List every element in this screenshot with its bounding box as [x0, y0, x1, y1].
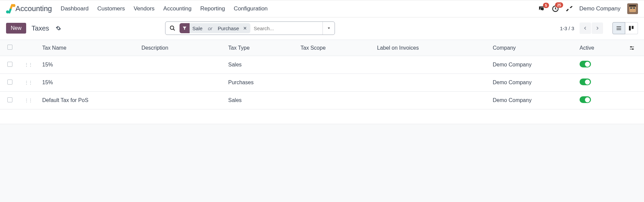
- active-toggle[interactable]: [580, 96, 591, 103]
- list-icon: [616, 25, 622, 31]
- svg-point-17: [631, 46, 632, 47]
- filter-icon-box[interactable]: [180, 23, 190, 33]
- cell-label-invoices: [374, 56, 489, 74]
- gear-icon: [56, 26, 61, 31]
- breadcrumb: Taxes: [32, 24, 49, 32]
- header-description[interactable]: Description: [138, 40, 225, 56]
- table-footer-row: [0, 109, 644, 124]
- header-company[interactable]: Company: [489, 40, 576, 56]
- cell-tax-type: Sales: [225, 56, 297, 74]
- row-checkbox[interactable]: [7, 80, 12, 85]
- sliders-icon: [629, 45, 635, 51]
- drag-handle-icon[interactable]: ⋮⋮: [24, 80, 32, 85]
- header-tax-name[interactable]: Tax Name: [39, 40, 138, 56]
- cell-description: [138, 92, 225, 109]
- svg-rect-14: [629, 26, 631, 31]
- row-checkbox[interactable]: [7, 62, 12, 67]
- cell-tax-name: Default Tax for PoS: [39, 92, 138, 109]
- cell-description: [138, 56, 225, 74]
- cell-label-invoices: [374, 74, 489, 92]
- cell-tax-scope: [297, 56, 374, 74]
- svg-rect-5: [632, 8, 633, 8]
- cell-tax-name: 15%: [39, 56, 138, 74]
- control-panel: New Taxes Sale or Purchase 1-3 / 3: [0, 17, 644, 40]
- chevron-right-icon: [595, 26, 600, 31]
- cell-tax-scope: [297, 92, 374, 109]
- chevron-left-icon: [583, 26, 588, 31]
- select-all-checkbox[interactable]: [7, 45, 12, 50]
- table-row[interactable]: ⋮⋮ Default Tax for PoS Sales Demo Compan…: [0, 92, 644, 109]
- menu-reporting[interactable]: Reporting: [200, 5, 225, 12]
- close-icon: [243, 26, 247, 30]
- empty-area: [0, 124, 644, 202]
- optional-columns-button[interactable]: [629, 45, 638, 51]
- active-toggle[interactable]: [580, 61, 591, 67]
- taxes-table: Tax Name Description Tax Type Tax Scope …: [0, 40, 644, 124]
- svg-line-8: [174, 29, 175, 31]
- cell-company: Demo Company: [489, 92, 576, 109]
- avatar-icon: [627, 3, 638, 14]
- header-tax-type[interactable]: Tax Type: [225, 40, 297, 56]
- activities-button[interactable]: 25: [552, 5, 559, 12]
- active-toggle[interactable]: [580, 79, 591, 85]
- messages-button[interactable]: 5: [538, 5, 545, 12]
- svg-point-7: [170, 26, 174, 30]
- kanban-view-button[interactable]: [625, 22, 638, 34]
- menu-accounting[interactable]: Accounting: [163, 5, 192, 12]
- new-button[interactable]: New: [6, 23, 26, 34]
- table-row[interactable]: ⋮⋮ 15% Purchases Demo Company: [0, 74, 644, 92]
- cell-tax-type: Purchases: [225, 74, 297, 92]
- app-name[interactable]: Accounting: [15, 4, 52, 13]
- pager: 1-3 / 3: [560, 22, 638, 34]
- activities-badge: 25: [555, 2, 563, 8]
- filter-icon: [182, 26, 187, 31]
- cell-tax-scope: [297, 74, 374, 92]
- drag-handle-icon[interactable]: ⋮⋮: [24, 98, 32, 103]
- search-bar: Sale or Purchase: [165, 21, 335, 35]
- svg-rect-6: [629, 5, 636, 7]
- menu-vendors[interactable]: Vendors: [134, 5, 154, 12]
- cell-company: Demo Company: [489, 56, 576, 74]
- top-nav: Accounting Dashboard Customers Vendors A…: [0, 0, 644, 17]
- debug-button[interactable]: [566, 5, 573, 12]
- facet-value-a: Sale: [190, 26, 205, 31]
- header-tax-scope[interactable]: Tax Scope: [297, 40, 374, 56]
- caret-down-icon: [327, 27, 331, 30]
- kanban-icon: [628, 25, 634, 31]
- header-active[interactable]: Active: [576, 40, 626, 56]
- svg-rect-4: [633, 7, 635, 9]
- cell-description: [138, 74, 225, 92]
- user-avatar[interactable]: [627, 3, 638, 14]
- search-options-toggle[interactable]: [323, 22, 335, 35]
- search-input[interactable]: [252, 26, 323, 31]
- list-view-button[interactable]: [612, 22, 625, 34]
- main-menu: Dashboard Customers Vendors Accounting R…: [61, 5, 268, 12]
- menu-dashboard[interactable]: Dashboard: [61, 5, 89, 12]
- messages-badge: 5: [543, 3, 549, 8]
- header-label-invoices[interactable]: Label on Invoices: [374, 40, 489, 56]
- actions-gear-button[interactable]: [56, 26, 61, 31]
- svg-rect-15: [632, 26, 634, 29]
- facet-remove-button[interactable]: [242, 26, 250, 30]
- pager-prev-button[interactable]: [580, 22, 591, 34]
- cell-tax-type: Sales: [225, 92, 297, 109]
- search-icon-box[interactable]: [165, 25, 180, 31]
- app-logo[interactable]: [6, 4, 15, 13]
- facet-value-b: Purchase: [215, 26, 242, 31]
- company-switcher[interactable]: Demo Company: [579, 5, 621, 12]
- svg-point-19: [632, 49, 633, 50]
- menu-configuration[interactable]: Configuration: [234, 5, 267, 12]
- pager-next-button[interactable]: [592, 22, 603, 34]
- facet-or: or: [205, 26, 215, 31]
- search-icon: [169, 25, 176, 31]
- pager-text[interactable]: 1-3 / 3: [560, 26, 574, 31]
- table-row[interactable]: ⋮⋮ 15% Sales Demo Company: [0, 56, 644, 74]
- cell-label-invoices: [374, 92, 489, 109]
- drag-handle-icon[interactable]: ⋮⋮: [24, 62, 32, 67]
- row-checkbox[interactable]: [7, 97, 12, 102]
- tools-icon: [566, 5, 573, 12]
- menu-customers[interactable]: Customers: [97, 5, 125, 12]
- search-facet: Sale or Purchase: [180, 23, 250, 33]
- cell-tax-name: 15%: [39, 74, 138, 92]
- svg-rect-3: [630, 7, 632, 9]
